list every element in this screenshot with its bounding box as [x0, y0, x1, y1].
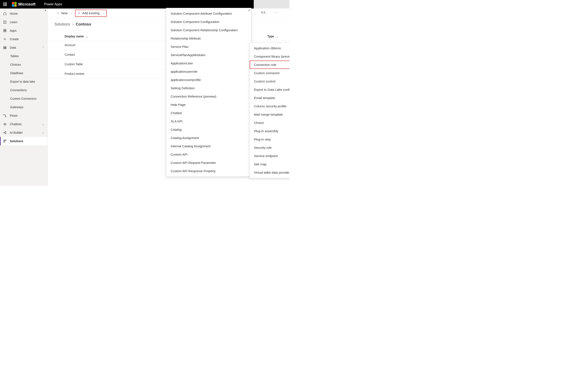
sidebar-item-learn[interactable]: Learn: [0, 18, 47, 26]
add-existing-menu: ▲ Solution Component Attribute Configura…: [166, 8, 251, 177]
chevron-down-icon: ⌄: [276, 35, 278, 38]
add-existing-button[interactable]: ＋ Add existing ⌄: [75, 10, 107, 17]
menu-item[interactable]: Chatbot: [166, 109, 251, 117]
menu-item[interactable]: Column security profile: [250, 102, 289, 110]
svg-rect-21: [4, 140, 5, 141]
sidebar-item-create[interactable]: Create: [0, 35, 47, 43]
sidebar-item-solutions[interactable]: Solutions: [0, 137, 47, 145]
sidebar-item-gateways[interactable]: Gateways: [0, 103, 47, 111]
menu-item[interactable]: applicationuserrole: [166, 67, 251, 76]
menu-item[interactable]: Plug-in assembly: [250, 127, 289, 135]
sidebar-item-home[interactable]: Home: [0, 9, 47, 18]
sidebar-item-tables[interactable]: Tables: [0, 52, 47, 60]
add-existing-submenu: Application ribbonsComponent library (pr…: [250, 43, 289, 178]
chevron-up-icon: ⌃: [42, 46, 44, 49]
menu-item[interactable]: ServicePlanAppModules: [166, 51, 251, 59]
chevron-down-icon: ⌄: [86, 35, 88, 38]
menu-item[interactable]: Service endpoint: [250, 152, 289, 160]
menu-item[interactable]: Help Page: [166, 101, 251, 109]
menu-item[interactable]: Solution Component Configuration: [166, 18, 251, 26]
menu-item[interactable]: Internal Catalog Assignment: [166, 142, 251, 150]
sidebar-item-label: Custom Connectors: [10, 97, 37, 100]
menu-item[interactable]: Security role: [250, 143, 289, 152]
sidebar-item-chatbots[interactable]: Chatbots ⌄: [0, 120, 47, 128]
ai-icon: [3, 131, 7, 135]
menu-item[interactable]: Email template: [250, 94, 289, 102]
sidebar-item-choices[interactable]: Choices: [0, 60, 47, 69]
menu-item[interactable]: ApplicationUser: [166, 59, 251, 67]
menu-item[interactable]: Relationship Attribute: [166, 34, 251, 43]
menu-item[interactable]: Plug-in step: [250, 135, 289, 143]
chevron-right-icon: ›: [72, 22, 74, 27]
menu-item[interactable]: Mail merge template: [250, 110, 289, 119]
sidebar-item-export-data-lake[interactable]: Export to data lake: [0, 77, 47, 86]
content-area: ＋ New ⌄ ＋ Add existing ⌄ ns ··· Solution…: [48, 9, 289, 186]
menu-item[interactable]: Catalog: [166, 125, 251, 134]
menu-item[interactable]: Catalog Assignment: [166, 134, 251, 142]
menu-item[interactable]: Site map: [250, 160, 289, 168]
grid-icon: [3, 29, 7, 32]
solutions-icon: [3, 139, 7, 143]
sidebar-item-label: Learn: [10, 21, 17, 24]
sidebar-item-label: Data: [10, 46, 16, 49]
sidebar: ▲ Home Learn Apps Create: [0, 9, 48, 186]
sidebar-item-apps[interactable]: Apps: [0, 26, 47, 35]
chevron-down-icon: ⌄: [70, 12, 72, 14]
svg-rect-3: [5, 29, 6, 30]
menu-item[interactable]: Custom API Request Parameter: [166, 159, 251, 167]
sidebar-item-dataflows[interactable]: Dataflows: [0, 69, 47, 77]
menu-item[interactable]: SLA KPI: [166, 117, 251, 125]
sidebar-item-label: AI Builder: [10, 131, 23, 134]
svg-point-14: [4, 124, 5, 124]
menu-item[interactable]: Component library (preview): [250, 52, 289, 61]
book-icon: [3, 20, 7, 24]
sidebar-item-label: Export to data lake: [10, 80, 35, 83]
menu-item[interactable]: Virtual talbe data provider: [250, 168, 289, 177]
sidebar-item-label: Create: [10, 37, 19, 41]
sidebar-item-label: Connections: [10, 88, 27, 92]
menu-item[interactable]: Custom connector: [250, 69, 289, 77]
menu-item[interactable]: Custom control: [250, 77, 289, 85]
sidebar-item-label: Chatbots: [10, 122, 22, 126]
scroll-up-icon[interactable]: ▲: [248, 9, 250, 11]
svg-rect-22: [5, 140, 6, 141]
app-launcher-icon[interactable]: [2, 1, 9, 8]
chevron-down-icon: ⌄: [102, 12, 104, 14]
sidebar-item-ai-builder[interactable]: AI Builder ⌄: [0, 128, 47, 137]
menu-item[interactable]: Connection role: [250, 61, 289, 69]
svg-point-16: [4, 132, 4, 133]
column-header-type[interactable]: Type ⌄: [264, 32, 289, 40]
menu-item[interactable]: Solution Component Attribute Configurati…: [166, 9, 251, 18]
menu-item[interactable]: Connection Reference (preview): [166, 92, 251, 101]
menu-item[interactable]: Application ribbons: [250, 44, 289, 52]
sidebar-item-flows[interactable]: Flows: [0, 111, 47, 120]
new-button[interactable]: ＋ New ⌄: [54, 10, 74, 16]
menu-item[interactable]: Export to Data Lake config: [250, 85, 289, 94]
home-icon: [3, 12, 7, 16]
more-icon[interactable]: ···: [273, 10, 278, 14]
svg-rect-2: [4, 29, 5, 30]
menu-item[interactable]: Setting Definition: [166, 84, 251, 92]
menu-item[interactable]: Service Plan: [166, 43, 251, 51]
menu-item[interactable]: applicationuserprofile: [166, 76, 251, 84]
menu-item[interactable]: Solution Component Relationship Configur…: [166, 26, 251, 34]
sidebar-item-data[interactable]: Data ⌃: [0, 43, 47, 52]
sidebar-item-label: Dataflows: [10, 71, 23, 75]
menu-item[interactable]: Choice: [250, 119, 289, 127]
svg-rect-4: [4, 31, 5, 32]
svg-point-18: [5, 133, 6, 134]
truncated-text: ns: [261, 10, 266, 14]
sidebar-item-connections[interactable]: Connections: [0, 86, 47, 94]
sidebar-item-custom-connectors[interactable]: Custom Connectors: [0, 94, 47, 103]
menu-item[interactable]: Custom API Response Property: [166, 167, 251, 175]
svg-rect-10: [4, 48, 6, 49]
sidebar-item-label: Tables: [10, 54, 19, 58]
menu-item[interactable]: Custom API: [166, 150, 251, 159]
plus-icon: [3, 37, 7, 41]
svg-rect-9: [4, 47, 6, 48]
brand-text: Microsoft: [18, 2, 35, 7]
sidebar-item-label: Apps: [10, 29, 17, 32]
breadcrumb-root[interactable]: Solutions: [54, 22, 70, 27]
plus-icon: ＋: [56, 11, 60, 15]
scroll-up-icon[interactable]: ▲: [44, 9, 47, 11]
